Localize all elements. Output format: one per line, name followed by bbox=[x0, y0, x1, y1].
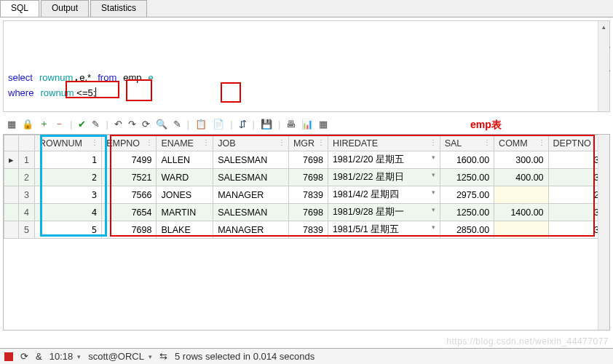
cell-ename[interactable]: BLAKE bbox=[157, 221, 213, 239]
cell-ename[interactable]: JONES bbox=[157, 186, 213, 204]
cell-empno[interactable]: 7698 bbox=[102, 221, 157, 239]
cell-sal[interactable]: 1250.00 bbox=[440, 204, 494, 221]
cell-rownum[interactable]: 4 bbox=[35, 204, 102, 221]
grid-vscroll[interactable] bbox=[598, 135, 609, 330]
row-marker bbox=[4, 169, 19, 186]
cell-rownum[interactable]: 1 bbox=[35, 151, 102, 169]
sql-editor[interactable]: select rownum,e.* from emp ewhere rownum… bbox=[4, 21, 609, 103]
table-row[interactable]: 557698BLAKEMANAGER78391981/5/1 星期五2850.0… bbox=[4, 221, 609, 239]
row-number: 3 bbox=[19, 186, 35, 204]
status-bar: ⟳ & 10:18 scott@ORCL ⇆ 5 rows selected i… bbox=[0, 348, 613, 364]
cell-hiredate[interactable]: 1981/5/1 星期五 bbox=[328, 221, 440, 239]
cell-comm[interactable] bbox=[494, 221, 548, 239]
tool-redo-icon[interactable]: ↷ bbox=[128, 119, 136, 130]
cell-job[interactable]: MANAGER bbox=[213, 186, 289, 204]
cell-empno[interactable]: 7499 bbox=[102, 151, 157, 169]
tool-print-icon[interactable]: 🖶 bbox=[286, 119, 296, 130]
cell-mgr[interactable]: 7698 bbox=[288, 151, 328, 169]
cell-hiredate[interactable]: 1981/9/28 星期一 bbox=[328, 204, 440, 221]
tool-commit-icon[interactable]: ✔ bbox=[78, 119, 86, 130]
tool-edit2-icon[interactable]: ✎ bbox=[173, 119, 181, 130]
tool-grid2-icon[interactable]: ▦ bbox=[319, 119, 328, 130]
col-hiredate[interactable]: HIREDATE bbox=[328, 135, 440, 151]
tab-sql[interactable]: SQL bbox=[0, 0, 39, 17]
cell-sal[interactable]: 1600.00 bbox=[440, 151, 494, 169]
header-row: ROWNUM EMPNO ENAME JOB MGR HIREDATE SAL … bbox=[4, 135, 609, 151]
tool-save-icon[interactable]: 💾 bbox=[261, 119, 272, 130]
row-marker bbox=[4, 204, 19, 221]
cell-rownum[interactable]: 3 bbox=[35, 186, 102, 204]
kw-from: from bbox=[98, 72, 116, 83]
editor-scrollbar[interactable]: ▴ bbox=[598, 21, 609, 111]
status-arrows-icon: ⇆ bbox=[159, 351, 167, 362]
kw-select: select bbox=[8, 72, 33, 83]
cell-sal[interactable]: 1250.00 bbox=[440, 169, 494, 186]
tab-output[interactable]: Output bbox=[41, 0, 89, 17]
tool-sort-icon[interactable]: ⇵ bbox=[239, 119, 247, 130]
tool-copy-icon[interactable]: 📋 bbox=[195, 119, 207, 130]
cell-empno[interactable]: 7521 bbox=[102, 169, 157, 186]
sql-emp: emp bbox=[123, 72, 141, 83]
cell-job[interactable]: MANAGER bbox=[213, 221, 289, 239]
cell-hiredate[interactable]: 1981/2/22 星期日 bbox=[328, 169, 440, 186]
tool-undo-icon[interactable]: ↶ bbox=[114, 119, 122, 130]
cell-mgr[interactable]: 7839 bbox=[288, 221, 328, 239]
col-ename[interactable]: ENAME bbox=[157, 135, 213, 151]
cell-hiredate[interactable]: 1981/4/2 星期四 bbox=[328, 186, 440, 204]
result-table: ROWNUM EMPNO ENAME JOB MGR HIREDATE SAL … bbox=[4, 135, 609, 239]
cell-mgr[interactable]: 7698 bbox=[288, 204, 328, 221]
cell-sal[interactable]: 2975.00 bbox=[440, 186, 494, 204]
status-refresh-icon[interactable]: ⟳ bbox=[20, 351, 28, 362]
cell-hiredate[interactable]: 1981/2/20 星期五 bbox=[328, 151, 440, 169]
cell-job[interactable]: SALESMAN bbox=[213, 151, 289, 169]
tool-doc-icon[interactable]: 📄 bbox=[213, 119, 224, 130]
cell-rownum[interactable]: 5 bbox=[35, 221, 102, 239]
tab-stats[interactable]: Statistics bbox=[90, 0, 147, 17]
cell-ename[interactable]: WARD bbox=[157, 169, 213, 186]
status-connection[interactable]: scott@ORCL bbox=[88, 351, 152, 362]
sql-editor-pane: ✦ ⬎ select rownum,e.* from emp ewhere ro… bbox=[3, 20, 610, 112]
cell-empno[interactable]: 7654 bbox=[102, 204, 157, 221]
cell-job[interactable]: SALESMAN bbox=[213, 204, 289, 221]
row-number: 5 bbox=[19, 221, 35, 239]
col-sal[interactable]: SAL bbox=[440, 135, 494, 151]
cell-sal[interactable]: 2850.00 bbox=[440, 221, 494, 239]
cell-ename[interactable]: MARTIN bbox=[157, 204, 213, 221]
cell-comm[interactable]: 1400.00 bbox=[494, 204, 548, 221]
cell-mgr[interactable]: 7698 bbox=[288, 169, 328, 186]
cell-ename[interactable]: ALLEN bbox=[157, 151, 213, 169]
tool-lock-icon[interactable]: 🔒 bbox=[22, 119, 33, 130]
kw-where: where bbox=[8, 87, 33, 98]
row-marker bbox=[4, 186, 19, 204]
kw-rownum: rownum bbox=[39, 72, 73, 83]
table-row[interactable]: 227521WARDSALESMAN76981981/2/22 星期日1250.… bbox=[4, 169, 609, 186]
cell-comm[interactable] bbox=[494, 186, 548, 204]
tool-add-icon[interactable]: ＋ bbox=[39, 117, 49, 130]
col-job[interactable]: JOB bbox=[213, 135, 289, 151]
scroll-up-icon[interactable]: ▴ bbox=[598, 21, 609, 33]
status-stop-icon[interactable] bbox=[4, 352, 13, 361]
cell-mgr[interactable]: 7839 bbox=[288, 186, 328, 204]
result-grid: ROWNUM EMPNO ENAME JOB MGR HIREDATE SAL … bbox=[3, 134, 610, 331]
cell-empno[interactable]: 7566 bbox=[102, 186, 157, 204]
table-row[interactable]: ▸117499ALLENSALESMAN76981981/2/20 星期五160… bbox=[4, 151, 609, 169]
tool-grid-icon[interactable]: ▦ bbox=[7, 119, 16, 130]
watermark: https://blog.csdn.net/weixin_44477077 bbox=[446, 336, 609, 347]
tool-find-icon[interactable]: 🔍 bbox=[156, 119, 167, 130]
col-empno[interactable]: EMPNO bbox=[102, 135, 157, 151]
status-position[interactable]: 10:18 bbox=[50, 351, 82, 362]
sql-cond: <=5; bbox=[74, 87, 96, 98]
tool-remove-icon[interactable]: － bbox=[55, 117, 64, 130]
tool-chart-icon[interactable]: 📊 bbox=[301, 119, 313, 130]
col-comm[interactable]: COMM bbox=[494, 135, 548, 151]
table-row[interactable]: 447654MARTINSALESMAN76981981/9/28 星期一125… bbox=[4, 204, 609, 221]
col-rownum[interactable]: ROWNUM bbox=[35, 135, 102, 151]
table-row[interactable]: 337566JONESMANAGER78391981/4/2 星期四2975.0… bbox=[4, 186, 609, 204]
cell-comm[interactable]: 400.00 bbox=[494, 169, 548, 186]
cell-rownum[interactable]: 2 bbox=[35, 169, 102, 186]
cell-comm[interactable]: 300.00 bbox=[494, 151, 548, 169]
col-mgr[interactable]: MGR bbox=[288, 135, 328, 151]
cell-job[interactable]: SALESMAN bbox=[213, 169, 289, 186]
tool-edit-icon[interactable]: ✎ bbox=[92, 119, 100, 130]
tool-refresh-icon[interactable]: ⟳ bbox=[142, 119, 150, 130]
